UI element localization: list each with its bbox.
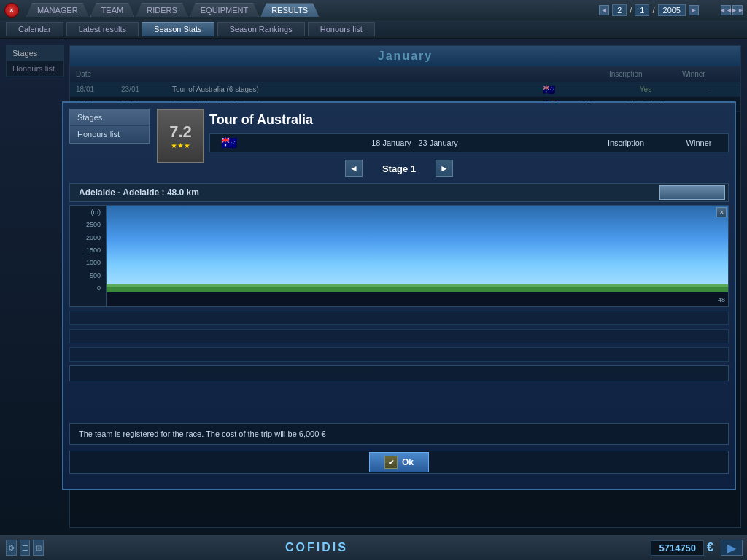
dropdown-item-stages[interactable]: Stages (70, 109, 149, 126)
page-nav-arrows: ◄◄ ►► (721, 5, 743, 15)
budget-display: 5714750 € (589, 540, 721, 556)
y-label-2500: 2500 (71, 221, 103, 228)
stage-prev-button[interactable]: ◄ (345, 160, 363, 177)
y-label-1500: 1500 (71, 246, 103, 254)
tab-calendar[interactable]: Calendar (6, 22, 63, 36)
race-badge-stars: ★★★ (171, 141, 190, 149)
race-info-bar: 🇦🇺 18 January - 23 January Inscription W… (209, 133, 729, 152)
date-prev-arrow[interactable]: ◄ (599, 5, 609, 15)
progress-bar-area (69, 365, 729, 381)
ok-area: ✔ Ok (69, 451, 729, 474)
date-sep2: / (652, 6, 654, 15)
ok-icon: ✔ (384, 456, 398, 469)
ok-label: Ok (402, 457, 414, 467)
page-next[interactable]: ►► (732, 5, 743, 15)
spacer-row-1 (69, 311, 729, 325)
team-name: COFIDIS (44, 541, 589, 554)
elevation-content: 48 ✕ (107, 206, 728, 306)
budget-value: 5714750 (651, 540, 704, 556)
race-title-area: Tour of Australia (209, 109, 729, 131)
currency-symbol: € (707, 541, 713, 554)
race-badge-number: 7.2 (169, 122, 192, 141)
y-unit: (m) (71, 209, 103, 216)
terrain-profile (107, 286, 728, 292)
date-month: 1 (635, 4, 649, 16)
y-label-2000: 2000 (71, 234, 103, 241)
dropdown-menu: Stages Honours list (69, 109, 150, 144)
main-area: Stages Honours list January Date Inscrip… (0, 39, 747, 534)
date-display: ◄ 2 / 1 / 2005 ► (599, 4, 699, 16)
settings-icon[interactable]: ⚙ (6, 540, 17, 556)
race-title: Tour of Australia (209, 112, 313, 128)
x-axis: 48 (107, 292, 728, 306)
tab-season-stats[interactable]: Season Stats (142, 22, 214, 36)
race-badge: 7.2 ★★★ (157, 109, 204, 163)
stage-label: Stage 1 (370, 163, 428, 174)
main-nav: MANAGER TEAM RIDERS EQUIPMENT RESULTS (26, 3, 319, 17)
nav-manager[interactable]: MANAGER (26, 3, 89, 17)
nav-team[interactable]: TEAM (90, 3, 135, 17)
speed-icon: ▶ (727, 541, 736, 555)
race-winner-label: Winner (670, 139, 728, 147)
y-label-500: 500 (71, 272, 103, 279)
spacer-row-2 (69, 329, 729, 343)
page-prev[interactable]: ◄◄ (721, 5, 731, 15)
race-detail-modal: Stages Honours list 7.2 ★★★ Tour of Aust… (62, 101, 736, 490)
sub-nav: Calendar Latest results Season Stats Sea… (0, 20, 747, 39)
menu-icon[interactable]: ☰ (20, 540, 31, 556)
date-next-arrow[interactable]: ► (689, 5, 699, 15)
speed-button[interactable]: ▶ (721, 540, 743, 556)
date-year: 2005 (658, 4, 686, 16)
close-button[interactable]: × (4, 3, 19, 18)
x-end-label: 48 (718, 296, 725, 303)
status-text: The team is registered for the race. The… (69, 423, 729, 445)
nav-equipment[interactable]: EQUIPMENT (190, 3, 259, 17)
stage-info-bar: Adelaide - Adelaide : 48.0 km (69, 183, 729, 202)
grid-icon[interactable]: ⊞ (33, 540, 44, 556)
stage-nav: ◄ Stage 1 ► (69, 158, 729, 179)
y-axis: (m) 2500 2000 1500 1000 500 0 (70, 206, 107, 306)
bottom-bar: ⚙ ☰ ⊞ COFIDIS 5714750 € ▶ (0, 534, 747, 560)
date-day: 2 (612, 4, 627, 16)
sky-background (107, 206, 728, 289)
tab-honours-list[interactable]: Honours list (308, 22, 375, 36)
bottom-icons-left: ⚙ ☰ ⊞ (0, 540, 44, 556)
tab-latest-results[interactable]: Latest results (66, 22, 139, 36)
stage-next-button[interactable]: ► (436, 160, 453, 177)
top-bar: × MANAGER TEAM RIDERS EQUIPMENT RESULTS … (0, 0, 747, 20)
ok-button[interactable]: ✔ Ok (369, 452, 429, 472)
race-inscription-label: Inscription (582, 139, 670, 147)
y-label-1000: 1000 (71, 259, 103, 266)
race-dates: 18 January - 23 January (247, 139, 582, 147)
race-country-flag: 🇦🇺 (216, 135, 241, 151)
stage-profile-button[interactable] (659, 185, 725, 200)
close-chart-button[interactable]: ✕ (716, 207, 727, 217)
date-sep1: / (630, 6, 632, 15)
spacer-row-3 (69, 347, 729, 362)
y-label-0: 0 (71, 284, 103, 292)
elevation-chart: (m) 2500 2000 1500 1000 500 0 48 ✕ (69, 205, 729, 307)
stage-route: Adelaide - Adelaide : 48.0 km (70, 187, 659, 198)
nav-riders[interactable]: RIDERS (136, 3, 188, 17)
nav-results[interactable]: RESULTS (260, 3, 319, 17)
dropdown-item-honours[interactable]: Honours list (70, 126, 149, 143)
tab-season-rankings[interactable]: Season Rankings (217, 22, 305, 36)
